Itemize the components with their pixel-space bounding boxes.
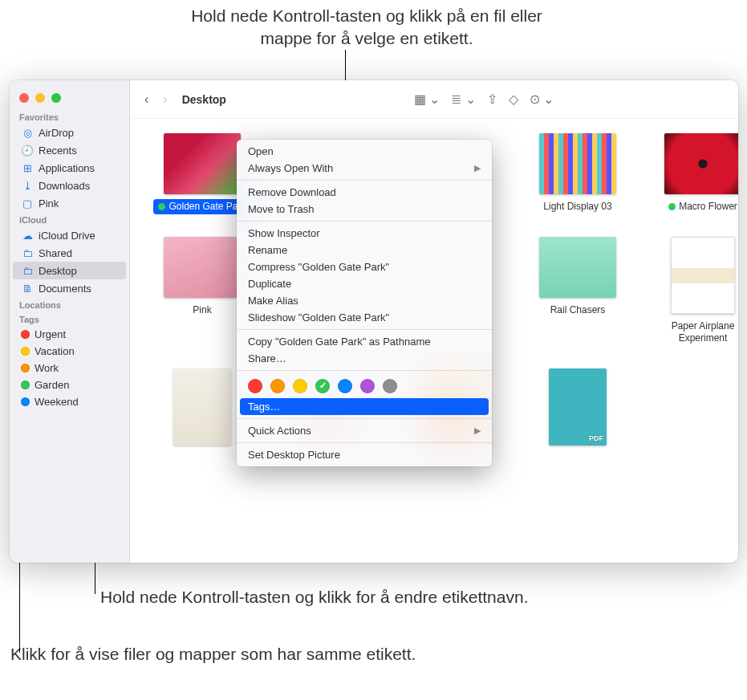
desktop-icon: 🗀	[21, 264, 34, 277]
file-label: Paper Airplane Experiment	[647, 319, 738, 346]
tag-dot-icon	[21, 397, 30, 406]
sidebar-tag-vacation[interactable]: Vacation	[13, 343, 126, 360]
apps-icon: ⊞	[21, 161, 34, 174]
ctx-move-to-trash[interactable]: Move to Trash	[237, 201, 492, 218]
tag-dot-icon	[158, 203, 165, 210]
file-label: Pink	[188, 303, 216, 318]
fullscreen-button[interactable]	[51, 93, 61, 103]
ctx-tag-colors	[237, 374, 492, 398]
tag-color-yellow[interactable]	[293, 379, 307, 393]
sidebar-item-pink[interactable]: ▢Pink	[13, 194, 126, 212]
file-thumbnail	[664, 133, 738, 194]
sidebar-item-airdrop[interactable]: ◎AirDrop	[13, 124, 126, 141]
sidebar-item-label: Downloads	[39, 180, 90, 192]
ctx-set-desktop-picture[interactable]: Set Desktop Picture	[237, 446, 492, 463]
ctx-share[interactable]: Share…	[237, 350, 492, 367]
download-icon: ⤓	[21, 179, 34, 192]
back-button[interactable]: ‹	[141, 91, 152, 108]
forward-button[interactable]: ›	[160, 91, 170, 108]
more-icon[interactable]: ⊙ ⌄	[530, 92, 554, 107]
window-title: Desktop	[182, 93, 226, 106]
group-by-icon[interactable]: ≣ ⌄	[451, 92, 475, 107]
file-thumbnail	[539, 133, 616, 194]
airdrop-icon: ◎	[21, 126, 34, 139]
sidebar-item-label: Recents	[39, 144, 77, 157]
tag-color-blue[interactable]	[338, 379, 352, 393]
sidebar-item-label: Urgent	[35, 328, 66, 340]
file-thumbnail	[671, 237, 735, 314]
pdf-badge: PDF	[589, 434, 603, 442]
file-item[interactable]: PDF	[522, 368, 634, 446]
ctx-quick-actions[interactable]: Quick Actions▶	[237, 422, 492, 439]
share-icon[interactable]: ⇪	[487, 92, 497, 107]
sidebar-item-recents[interactable]: 🕘Recents	[13, 141, 126, 159]
file-thumbnail: PDF	[549, 368, 607, 446]
file-label: Light Display 03	[538, 199, 616, 214]
chevron-right-icon: ▶	[474, 163, 481, 173]
ctx-slideshow[interactable]: Slideshow "Golden Gate Park"	[237, 309, 492, 326]
file-label: Macro Flower	[664, 199, 738, 214]
shared-folder-icon: 🗀	[21, 246, 34, 259]
sidebar-item-desktop[interactable]: 🗀Desktop	[13, 262, 126, 279]
file-name: Macro Flower	[679, 201, 737, 213]
window-controls	[10, 85, 129, 109]
chevron-right-icon: ▶	[474, 425, 481, 436]
file-item[interactable]: Macro Flower	[647, 133, 738, 214]
folder-icon: ▢	[21, 197, 34, 210]
ctx-tags[interactable]: Tags…	[240, 398, 489, 415]
sidebar-tag-weekend[interactable]: Weekend	[13, 393, 126, 410]
sidebar-tag-work[interactable]: Work	[13, 360, 126, 376]
sidebar-tag-garden[interactable]: Garden	[13, 376, 126, 393]
tag-color-gray[interactable]	[383, 379, 397, 393]
tag-color-red[interactable]	[248, 379, 262, 393]
ctx-copy-pathname[interactable]: Copy "Golden Gate Park" as Pathname	[237, 333, 492, 350]
sidebar-section-locations: Locations	[10, 297, 129, 311]
tag-dot-icon	[21, 347, 30, 356]
tag-dot-icon	[21, 381, 30, 389]
sidebar-item-label: iCloud Drive	[39, 230, 95, 242]
sidebar-item-applications[interactable]: ⊞Applications	[13, 159, 126, 177]
sidebar-section-icloud: iCloud	[10, 212, 129, 226]
sidebar-section-tags: Tags	[10, 311, 129, 326]
sidebar-item-label: Desktop	[39, 265, 77, 277]
view-grid-icon[interactable]: ▦ ⌄	[414, 92, 440, 107]
sidebar: Favorites ◎AirDrop 🕘Recents ⊞Application…	[10, 80, 130, 563]
toolbar: ‹ › Desktop ▦ ⌄ ≣ ⌄ ⇪ ◇ ⊙ ⌄ 🔍	[130, 80, 738, 119]
file-item[interactable]: Rail Chasers	[522, 237, 634, 346]
ctx-show-inspector[interactable]: Show Inspector	[237, 225, 492, 242]
sidebar-tag-urgent[interactable]: Urgent	[13, 326, 126, 343]
ctx-open[interactable]: Open	[237, 143, 492, 160]
sidebar-item-label: Vacation	[35, 345, 75, 357]
sidebar-item-documents[interactable]: 🗎Documents	[13, 279, 126, 297]
tag-color-purple[interactable]	[360, 379, 375, 393]
file-item[interactable]: Light Display 03	[522, 133, 634, 214]
ctx-always-open-with[interactable]: Always Open With▶	[237, 160, 492, 177]
ctx-rename[interactable]: Rename	[237, 242, 492, 258]
tag-color-green[interactable]	[315, 379, 330, 393]
tag-color-orange[interactable]	[270, 379, 285, 393]
file-thumbnail	[164, 133, 241, 194]
ctx-compress[interactable]: Compress "Golden Gate Park"	[237, 258, 492, 275]
sidebar-item-label: Documents	[39, 283, 91, 295]
sidebar-item-downloads[interactable]: ⤓Downloads	[13, 177, 126, 194]
minimize-button[interactable]	[35, 93, 45, 103]
file-thumbnail	[173, 368, 231, 446]
tag-icon[interactable]: ◇	[509, 92, 518, 107]
annotation-bot: Klikk for å vise filer og mapper som har…	[10, 643, 416, 665]
ctx-remove-download[interactable]: Remove Download	[237, 184, 492, 201]
sidebar-section-favorites: Favorites	[10, 109, 129, 124]
sidebar-item-icloud-drive[interactable]: ☁iCloud Drive	[13, 226, 126, 244]
close-button[interactable]	[19, 93, 29, 103]
clock-icon: 🕘	[21, 144, 34, 157]
ctx-duplicate[interactable]: Duplicate	[237, 275, 492, 292]
context-menu: Open Always Open With▶ Remove Download M…	[237, 140, 492, 466]
tag-dot-icon	[21, 364, 30, 372]
sidebar-item-shared[interactable]: 🗀Shared	[13, 244, 126, 262]
annotation-top: Hold nede Kontroll-tasten og klikk på en…	[166, 5, 567, 51]
sidebar-item-label: Work	[35, 362, 59, 374]
sidebar-item-label: Weekend	[35, 396, 79, 408]
ctx-make-alias[interactable]: Make Alias	[237, 292, 492, 309]
file-name: Paper Airplane Experiment	[652, 320, 738, 344]
file-name: Golden Gate Park	[168, 201, 246, 213]
file-item[interactable]: Paper Airplane Experiment	[647, 237, 738, 346]
